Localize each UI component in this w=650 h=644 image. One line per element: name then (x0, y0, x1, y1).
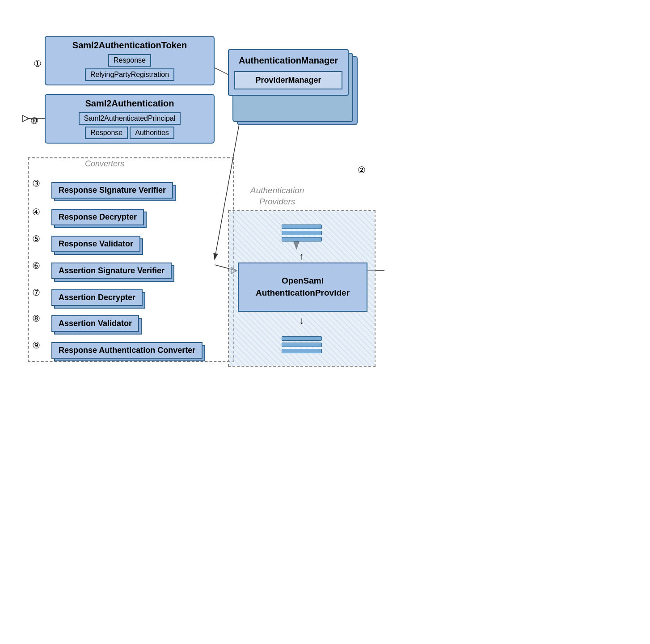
converters-label: Converters (85, 159, 124, 169)
saml2-auth-token-box: Saml2AuthenticationToken Response Relyin… (45, 36, 215, 85)
converter-9: Response Authentication Converter (51, 342, 203, 359)
db-stack-bottom (282, 336, 322, 353)
arrow-down: ↓ (300, 315, 304, 326)
db-layer-b2 (282, 343, 322, 347)
arrow-up: ↑ (300, 250, 304, 262)
diagram-container: ① Saml2AuthenticationToken Response Rely… (0, 0, 650, 644)
token-title-1: Saml2AuthenticationToken (51, 40, 208, 51)
field-response: Response (108, 54, 151, 67)
circle-num-9: ⑨ (32, 340, 40, 351)
token-fields-2: Saml2AuthenticatedPrincipal Response Aut… (51, 112, 208, 139)
db-layer-b3 (282, 349, 322, 353)
token-title-2: Saml2Authentication (51, 98, 208, 109)
field-row-2: Response Authorities (85, 127, 174, 139)
auth-providers-outer: ↑ OpenSamlAuthenticationProvider ↓ (228, 210, 376, 367)
opensaml-label: OpenSamlAuthenticationProvider (256, 275, 350, 299)
circle-num-8: ⑧ (32, 313, 40, 324)
circle-num-3: ③ (32, 178, 40, 189)
circle-num-7: ⑦ (32, 287, 40, 298)
auth-manager-title: AuthenticationManager (234, 55, 342, 66)
converter-3: Response Signature Verifier (51, 182, 173, 199)
circle-num-10: ⑩ (30, 115, 38, 126)
circle-num-1: ① (34, 58, 42, 69)
field-response-2: Response (85, 127, 128, 139)
saml2-authentication-box: Saml2Authentication Saml2AuthenticatedPr… (45, 94, 215, 144)
converter-8: Assertion Validator (51, 315, 139, 332)
auth-providers-label: Authentication (250, 186, 304, 195)
converter-5: Response Validator (51, 236, 140, 252)
field-relying-party: RelyingPartyRegistration (85, 68, 174, 81)
auth-manager-box: AuthenticationManager ProviderManager (228, 49, 349, 96)
db-layer-3 (282, 237, 322, 242)
db-layer-2 (282, 231, 322, 235)
converter-6: Assertion Signature Verifier (51, 263, 172, 279)
auth-providers-label2: Providers (259, 197, 295, 207)
field-authorities: Authorities (130, 127, 174, 139)
circle-num-2: ② (358, 165, 366, 175)
db-layer-1 (282, 225, 322, 229)
circle-num-6: ⑥ (32, 260, 40, 271)
provider-manager: ProviderManager (234, 71, 342, 89)
field-principal: Saml2AuthenticatedPrincipal (79, 112, 181, 125)
db-layer-b1 (282, 336, 322, 341)
db-stack-top (282, 225, 322, 242)
svg-marker-6 (22, 115, 29, 122)
circle-num-5: ⑤ (32, 233, 40, 244)
token-fields-1: Response RelyingPartyRegistration (51, 54, 208, 81)
circle-num-4: ④ (32, 207, 40, 217)
converter-7: Assertion Decrypter (51, 289, 143, 306)
converter-4: Response Decrypter (51, 209, 144, 225)
opensaml-box: OpenSamlAuthenticationProvider (238, 263, 367, 312)
